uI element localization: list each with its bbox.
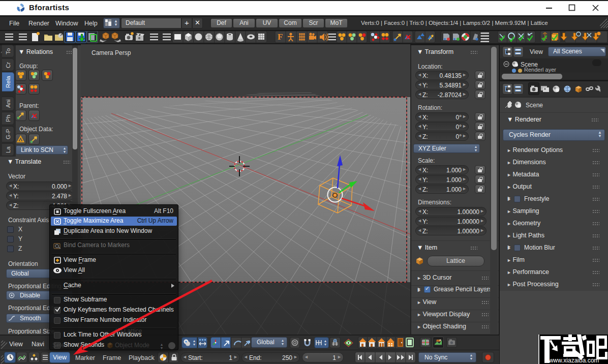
svg-text:www.xiazaiba.com: www.xiazaiba.com [549, 357, 599, 364]
svg-text:F: F [278, 32, 283, 42]
